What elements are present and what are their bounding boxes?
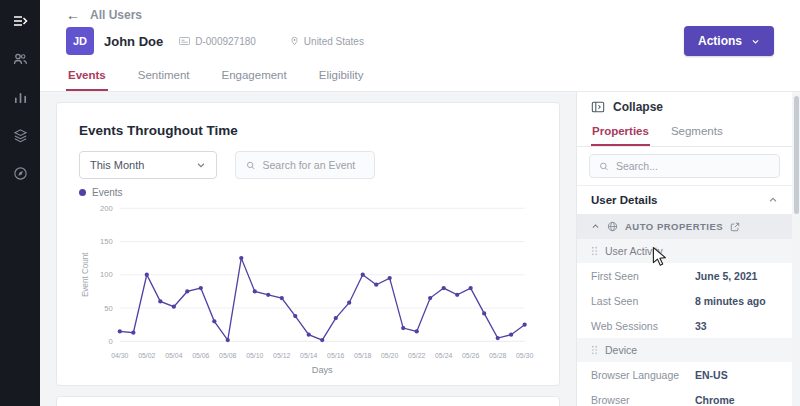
svg-text:05/12: 05/12 [273,352,290,359]
bar-chart-icon[interactable] [11,88,29,106]
drag-handle-icon[interactable] [591,246,598,256]
back-link[interactable]: All Users [90,8,142,22]
user-location-value: United States [304,36,364,47]
collapse-panel-icon [591,100,605,114]
svg-text:05/18: 05/18 [354,352,371,359]
svg-text:100: 100 [100,270,113,279]
property-row-browser: Browser Chrome [577,387,792,406]
drag-handle-icon[interactable] [591,345,598,355]
user-summary-row: JD John Doe D-000927180 United States Ac… [40,26,800,62]
events-line-chart: 05010015020004/3005/0205/0405/0605/0805/… [79,200,537,378]
svg-text:05/14: 05/14 [300,352,317,359]
svg-text:Days: Days [312,365,333,375]
search-icon [599,161,609,172]
menu-icon[interactable] [11,12,29,30]
next-card [56,396,560,406]
svg-text:05/06: 05/06 [192,352,209,359]
svg-text:05/22: 05/22 [408,352,425,359]
property-value: 33 [695,320,707,332]
actions-button[interactable]: Actions [684,26,774,56]
svg-text:200: 200 [100,204,113,213]
main-area: Events Throughout Time This Month [40,92,576,406]
id-badge-icon [179,37,190,45]
svg-text:05/10: 05/10 [246,352,263,359]
user-name: John Doe [104,34,163,49]
svg-text:05/26: 05/26 [462,352,479,359]
user-location: United States [290,36,364,47]
svg-text:05/08: 05/08 [219,352,236,359]
avatar: JD [66,27,94,55]
search-icon [246,160,255,171]
content-area: Events Throughout Time This Month [40,92,800,406]
scrollbar-thumb[interactable] [794,96,799,214]
breadcrumb: ← All Users [40,8,800,26]
property-label: Last Seen [591,295,695,307]
page-header: ← All Users JD John Doe D-000927180 Unit… [40,0,800,92]
auto-properties-header[interactable]: AUTO PROPERTIES [577,214,792,239]
legend-label: Events [92,187,123,198]
group-name: User Activity [605,245,663,257]
tab-engagement[interactable]: Engagement [220,64,289,91]
collapse-panel-button[interactable]: Collapse [577,92,792,120]
svg-text:05/20: 05/20 [381,352,398,359]
auto-properties-label: AUTO PROPERTIES [625,221,723,232]
svg-text:Event Count: Event Count [81,252,90,297]
tab-events[interactable]: Events [66,64,108,91]
panel-tab-segments[interactable]: Segments [670,120,724,146]
chevron-down-icon [751,37,760,46]
property-row-browser-language: Browser Language EN-US [577,362,792,387]
property-value: 8 minutes ago [695,295,766,307]
chevron-up-icon [591,222,600,231]
svg-text:05/04: 05/04 [165,352,182,359]
back-arrow-icon[interactable]: ← [66,8,80,22]
layers-icon[interactable] [11,126,29,144]
user-id: D-000927180 [179,36,256,47]
properties-search-input[interactable] [616,160,770,172]
property-value: Chrome [695,394,735,406]
svg-text:05/16: 05/16 [327,352,344,359]
event-search [235,151,375,179]
svg-text:05/30: 05/30 [516,352,533,359]
external-link-icon[interactable] [730,222,740,232]
events-chart-card: Events Throughout Time This Month [56,102,560,386]
tab-eligibility[interactable]: Eligibility [317,64,366,91]
svg-text:0: 0 [108,337,112,346]
svg-text:04/30: 04/30 [111,352,128,359]
panel-tabs: Properties Segments [577,120,792,147]
properties-panel: Collapse Properties Segments User Detail… [576,92,792,406]
svg-text:150: 150 [100,237,113,246]
property-label: First Seen [591,270,695,282]
compass-icon[interactable] [11,164,29,182]
panel-tab-properties[interactable]: Properties [591,120,650,146]
property-row-web-sessions: Web Sessions 33 [577,313,792,338]
properties-search [589,154,780,178]
svg-text:05/24: 05/24 [435,352,452,359]
event-search-input[interactable] [262,159,364,171]
group-name: Device [605,344,637,356]
location-pin-icon [290,36,299,46]
property-value: June 5, 2021 [695,270,757,282]
actions-button-label: Actions [698,34,742,48]
property-row-first-seen: First Seen June 5, 2021 [577,263,792,288]
property-value: EN-US [695,369,728,381]
collapse-label: Collapse [613,100,663,114]
svg-text:05/02: 05/02 [138,352,155,359]
time-range-select[interactable]: This Month [79,151,217,179]
chevron-up-icon [768,195,778,205]
group-header-user-activity[interactable]: User Activity [577,239,792,263]
property-row-last-seen: Last Seen 8 minutes ago [577,288,792,313]
user-details-label: User Details [591,194,657,206]
property-label: Web Sessions [591,320,695,332]
app-sidebar [0,0,40,406]
globe-icon [607,221,618,232]
svg-text:50: 50 [104,304,112,313]
chart-legend: Events [79,187,537,198]
time-range-value: This Month [90,159,144,171]
app-window: ← All Users JD John Doe D-000927180 Unit… [0,0,800,406]
chart-controls: This Month [79,151,537,179]
user-details-section-header[interactable]: User Details [577,185,792,214]
group-header-device[interactable]: Device [577,338,792,362]
users-icon[interactable] [11,50,29,68]
tab-sentiment[interactable]: Sentiment [136,64,192,91]
panel-scrollbar[interactable] [792,92,800,406]
